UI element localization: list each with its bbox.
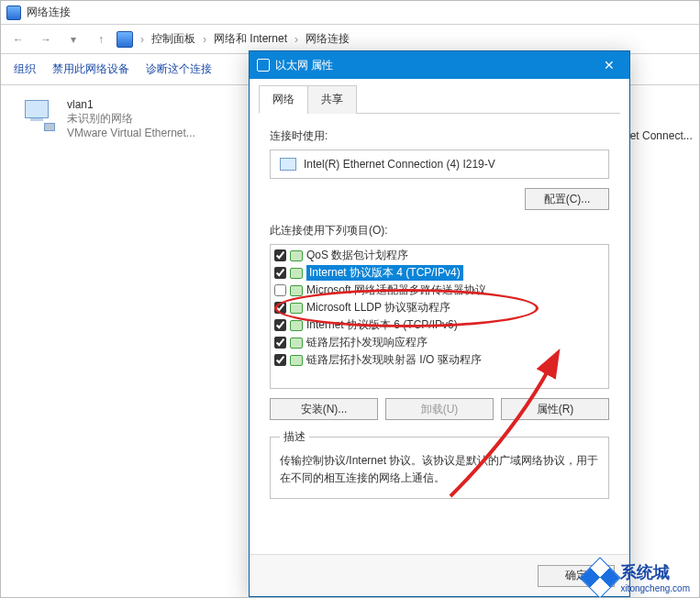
adapter-display: Intel(R) Ethernet Connection (4) I219-V (270, 150, 609, 179)
watermark-logo-icon (580, 557, 621, 598)
nav-forward-button[interactable]: → (34, 28, 58, 51)
control-panel-icon (117, 31, 133, 48)
description-box: 描述 传输控制协议/Internet 协议。该协议是默认的广域网络协议，用于在不… (270, 429, 609, 499)
watermark-name: 系统城 (620, 563, 670, 581)
dialog-icon (257, 59, 270, 72)
item-checkbox[interactable] (274, 249, 286, 261)
nav-back-button[interactable]: ← (6, 28, 30, 51)
item-checkbox[interactable] (274, 337, 286, 349)
watermark: 系统城 xitongcheng.com (585, 561, 690, 593)
diagnose-connection-button[interactable]: 诊断这个连接 (146, 61, 212, 77)
chevron-right-icon: › (199, 33, 210, 46)
window-icon (6, 6, 21, 20)
protocol-icon (290, 320, 303, 331)
organize-menu[interactable]: 组织 (14, 61, 36, 77)
annotation-circle (274, 289, 539, 327)
nav-up-button[interactable]: ↑ (89, 28, 113, 51)
tab-sharing[interactable]: 共享 (307, 85, 357, 114)
protocol-icon (290, 250, 303, 261)
items-label: 此连接使用下列项目(O): (270, 223, 609, 238)
tab-network[interactable]: 网络 (259, 85, 308, 114)
network-item[interactable]: 链路层拓扑发现映射器 I/O 驱动程序 (271, 351, 608, 369)
adapter-status: 未识别的网络 (67, 111, 195, 127)
item-label: 链路层拓扑发现映射器 I/O 驱动程序 (306, 352, 482, 368)
item-label: QoS 数据包计划程序 (306, 248, 408, 263)
item-checkbox[interactable] (274, 354, 286, 366)
network-item[interactable]: Internet 协议版本 4 (TCP/IPv4) (271, 264, 608, 282)
configure-button[interactable]: 配置(C)... (525, 188, 609, 210)
dialog-title: 以太网 属性 (275, 58, 333, 73)
window-title: 网络连接 (27, 5, 71, 20)
protocol-icon (290, 338, 303, 349)
network-item[interactable]: QoS 数据包计划程序 (271, 247, 608, 264)
nav-recent-dropdown[interactable]: ▾ (61, 28, 85, 51)
chevron-right-icon: › (137, 33, 148, 46)
item-checkbox[interactable] (274, 267, 286, 279)
install-button[interactable]: 安装(N)... (270, 398, 378, 420)
close-button[interactable]: ✕ (596, 56, 622, 74)
description-text: 传输控制协议/Internet 协议。该协议是默认的广域网络协议，用于在不同的相… (280, 452, 599, 487)
properties-button[interactable]: 属性(R) (501, 398, 609, 420)
item-label: 链路层拓扑发现响应程序 (306, 335, 428, 350)
disable-device-button[interactable]: 禁用此网络设备 (52, 61, 129, 77)
adapter-device: VMware Virtual Ethernet... (67, 127, 195, 139)
breadcrumb-item[interactable]: 网络连接 (306, 31, 350, 47)
cut-off-label: net Connect... (624, 129, 694, 142)
uninstall-button: 卸载(U) (385, 398, 494, 420)
protocol-icon (290, 268, 303, 279)
breadcrumb-item[interactable]: 控制面板 (151, 31, 195, 47)
adapter-name: vlan1 (67, 98, 195, 111)
item-checkbox[interactable] (274, 284, 286, 296)
breadcrumb-item[interactable]: 网络和 Internet (214, 31, 287, 47)
network-card-icon (280, 158, 296, 171)
item-label: Internet 协议版本 4 (TCP/IPv4) (306, 265, 463, 281)
protocol-icon (290, 355, 303, 366)
adapter-item-vlan1[interactable]: vlan1 未识别的网络 VMware Virtual Ethernet... (67, 98, 195, 139)
description-legend: 描述 (280, 429, 309, 445)
network-item[interactable]: 链路层拓扑发现响应程序 (271, 334, 608, 351)
protocol-icon (290, 285, 303, 296)
adapter-name-text: Intel(R) Ethernet Connection (4) I219-V (304, 158, 495, 171)
item-checkbox[interactable] (274, 319, 286, 331)
connect-using-label: 连接时使用: (270, 128, 609, 144)
network-adapter-icon (19, 98, 60, 131)
watermark-url: xitongcheng.com (620, 583, 690, 593)
chevron-right-icon: › (291, 33, 302, 46)
